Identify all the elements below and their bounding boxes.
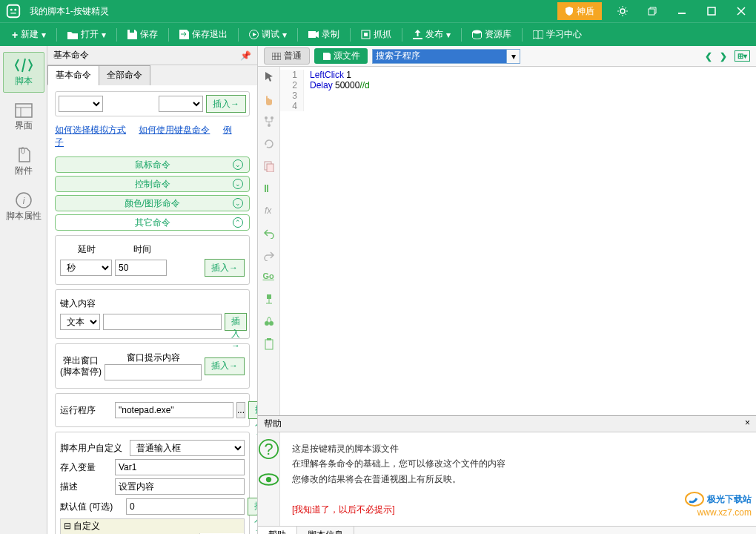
- debug-button[interactable]: 调试▾: [243, 25, 293, 44]
- binoculars-icon[interactable]: [263, 316, 275, 328]
- open-button[interactable]: 打开▾: [62, 25, 112, 44]
- delay-value-input[interactable]: [115, 260, 167, 276]
- chevron-down-icon: ⌄: [233, 198, 243, 208]
- target-icon[interactable]: [263, 294, 275, 306]
- study-button[interactable]: 学习中心: [527, 25, 588, 44]
- close-icon[interactable]: ×: [745, 418, 750, 430]
- next-button[interactable]: ❯: [720, 51, 727, 62]
- sim-select-top[interactable]: [59, 96, 103, 112]
- book-icon: [533, 30, 543, 39]
- help-tab-info[interactable]: 脚本信息: [297, 527, 354, 534]
- publish-button[interactable]: 发布▾: [407, 25, 457, 44]
- play-icon: [249, 30, 259, 39]
- grab-button[interactable]: 抓抓: [355, 25, 397, 44]
- link-sim-mode[interactable]: 如何选择模拟方式: [55, 125, 126, 135]
- help-content: 这是按键精灵的脚本源文件 在理解各条命令的基础上，您可以修改这个文件的内容 您修…: [280, 432, 756, 526]
- tree-root[interactable]: ⊟ 自定义: [61, 519, 244, 533]
- new-button[interactable]: +新建▾: [6, 25, 52, 44]
- insert-button[interactable]: 插入→: [248, 498, 257, 515]
- sidebar-item-props[interactable]: i 脚本属性: [3, 188, 44, 227]
- undo-icon[interactable]: [263, 227, 275, 239]
- run-path-input[interactable]: [115, 402, 233, 418]
- cursor-icon[interactable]: [263, 71, 275, 83]
- resource-button[interactable]: 资源库: [466, 25, 517, 44]
- input-mode-select[interactable]: 文本: [60, 314, 100, 330]
- insert-button[interactable]: 插入→: [248, 401, 257, 419]
- eye-icon[interactable]: [258, 469, 279, 490]
- code-line[interactable]: Delay 50000//d: [304, 80, 370, 90]
- shield-icon: [565, 7, 574, 16]
- function-icon[interactable]: fx: [263, 205, 275, 217]
- custom-def-input[interactable]: [126, 498, 245, 515]
- insert-button[interactable]: 插入→: [225, 313, 247, 331]
- branch-icon[interactable]: [263, 116, 275, 128]
- search-combo[interactable]: ▾: [372, 49, 520, 64]
- tab-basic[interactable]: 基本命令: [47, 65, 99, 85]
- go-icon[interactable]: Go: [263, 271, 275, 283]
- dismiss-link[interactable]: [我知道了，以后不必提示]: [292, 502, 744, 517]
- settings-button[interactable]: [608, 0, 637, 22]
- grab-icon: [361, 30, 371, 39]
- svg-point-1: [10, 9, 13, 11]
- insert-button[interactable]: 插入→: [205, 259, 245, 277]
- comment-icon[interactable]: [263, 182, 275, 194]
- key-select-top[interactable]: [159, 96, 203, 112]
- help-icon[interactable]: ?: [258, 438, 279, 460]
- acc-other[interactable]: 其它命令⌃: [55, 214, 250, 231]
- tab-all[interactable]: 全部命令: [99, 65, 150, 85]
- insert-button[interactable]: 插入→: [206, 95, 246, 113]
- clipboard-icon[interactable]: [263, 338, 275, 350]
- chevron-down-icon: ⌄: [233, 179, 243, 189]
- minimize-button[interactable]: [667, 0, 697, 22]
- code-line[interactable]: [304, 90, 310, 101]
- hand-icon[interactable]: [263, 93, 275, 105]
- loop-icon[interactable]: [263, 138, 275, 150]
- popup-text-input[interactable]: [105, 364, 202, 380]
- code-line[interactable]: LeftClick 1: [304, 70, 351, 80]
- help-title: 帮助: [264, 418, 282, 430]
- mode-source[interactable]: 源文件: [314, 48, 368, 64]
- svg-text:i: i: [22, 196, 24, 206]
- maximize-button[interactable]: [697, 0, 726, 22]
- svg-rect-19: [267, 164, 273, 172]
- sidebar-item-script[interactable]: 脚本: [3, 52, 44, 93]
- insert-button[interactable]: 插入→: [205, 357, 245, 375]
- svg-rect-21: [267, 294, 271, 299]
- link-keyboard[interactable]: 如何使用键盘命令: [139, 125, 210, 135]
- svg-point-16: [271, 116, 273, 119]
- acc-color[interactable]: 颜色/图形命令⌄: [55, 195, 250, 211]
- custom-desc-input[interactable]: [115, 478, 245, 495]
- acc-control[interactable]: 控制命令⌄: [55, 176, 250, 192]
- record-button[interactable]: 录制: [302, 25, 345, 44]
- input-text-input[interactable]: [103, 314, 222, 330]
- copy-icon[interactable]: [263, 160, 275, 172]
- chevron-down-icon: ▾: [446, 30, 451, 40]
- maximize-icon: [707, 7, 716, 16]
- custom-var-input[interactable]: [115, 459, 245, 475]
- search-input[interactable]: [373, 50, 506, 63]
- save-exit-button[interactable]: 保存退出: [173, 25, 233, 44]
- chevron-down-icon: ⌄: [233, 159, 243, 170]
- help-tab-help[interactable]: 帮助: [258, 527, 297, 534]
- close-button[interactable]: [726, 0, 756, 22]
- line-number: 2: [280, 80, 304, 90]
- sidebar-item-ui[interactable]: 界面: [3, 99, 44, 136]
- save-button[interactable]: 保存: [122, 25, 164, 44]
- source-icon: [322, 53, 331, 60]
- browse-button[interactable]: ...: [236, 402, 245, 418]
- prev-button[interactable]: ❮: [705, 51, 712, 62]
- pin-icon[interactable]: 📌: [240, 50, 251, 61]
- attachment-icon: [16, 147, 31, 163]
- redo-icon[interactable]: [263, 249, 275, 261]
- custom-type-select[interactable]: 普通输入框: [130, 440, 245, 456]
- sidebar-item-attachment[interactable]: 附件: [3, 142, 44, 182]
- restore-button[interactable]: [637, 0, 667, 22]
- layout-button[interactable]: ⊞▾: [735, 50, 750, 62]
- svg-point-22: [265, 321, 269, 326]
- chevron-down-icon[interactable]: ▾: [506, 50, 520, 63]
- delay-unit-select[interactable]: 秒: [60, 260, 112, 276]
- shield-button[interactable]: 神盾: [557, 2, 602, 20]
- mode-normal[interactable]: 普通: [264, 47, 310, 65]
- acc-mouse[interactable]: 鼠标命令⌄: [55, 156, 250, 173]
- code-line[interactable]: [304, 101, 310, 111]
